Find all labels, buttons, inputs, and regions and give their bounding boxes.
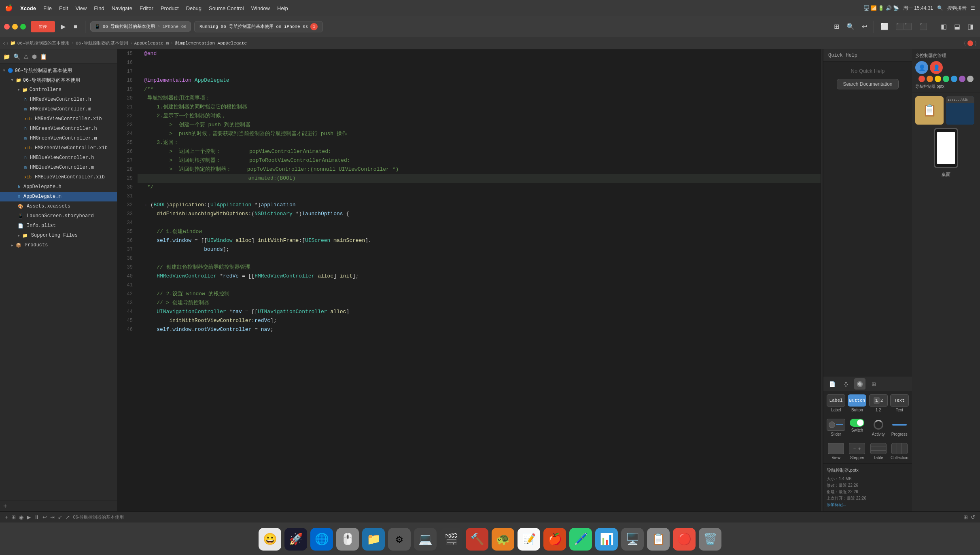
avatar-2[interactable]: 👤 xyxy=(930,61,943,74)
sidebar-item-hmblue-m[interactable]: m HMBlueViewController.m xyxy=(0,163,117,172)
sidebar-search-btn[interactable]: 🔍 xyxy=(13,53,20,60)
menu-view[interactable]: View xyxy=(75,5,87,11)
dock-app2[interactable]: 🖊️ xyxy=(569,528,592,551)
status-step2-btn[interactable]: ⇥ xyxy=(50,514,55,520)
sidebar-item-hmgreen-m[interactable]: m HMGreenViewController.m xyxy=(0,133,117,143)
inspector-history-btn[interactable]: {} xyxy=(840,378,852,390)
sidebar-item-root[interactable]: ▶ 🔵 06-导航控制器的基本使用 xyxy=(0,66,117,75)
menu-navigate[interactable]: Navigate xyxy=(112,5,132,11)
hide-navigator[interactable]: ◧ xyxy=(938,21,949,32)
sidebar-breakpoint-btn[interactable]: ⬢ xyxy=(32,53,37,60)
sidebar-item-hmred-h[interactable]: h HMRedViewController.h xyxy=(0,95,117,104)
standard-editor[interactable]: ⬜ xyxy=(878,21,891,32)
status-nav-btn[interactable]: ⊞ xyxy=(11,514,16,520)
menu-window[interactable]: Window xyxy=(251,5,270,11)
status-step4-btn[interactable]: ↗ xyxy=(66,514,70,520)
dock-terminal[interactable]: 💻 xyxy=(414,528,437,551)
navigator-toggle[interactable]: ⊞ xyxy=(832,21,842,32)
sidebar-report-btn[interactable]: 📋 xyxy=(40,53,47,60)
menu-edit[interactable]: Edit xyxy=(59,5,68,11)
menubar-ime[interactable]: 搜狗拼音 xyxy=(947,5,967,12)
color-dot-orange[interactable] xyxy=(927,76,933,82)
sidebar-git-btn[interactable]: ⚠ xyxy=(23,53,29,60)
widget-collection[interactable]: Collection xyxy=(890,443,909,460)
add-file-button[interactable]: + xyxy=(3,502,7,510)
widget-gray[interactable]: View xyxy=(827,443,845,460)
dock-finder[interactable]: 😀 xyxy=(259,528,281,551)
close-button[interactable] xyxy=(4,24,10,30)
hide-debug[interactable]: ⬓ xyxy=(952,21,963,32)
stop-button[interactable]: ■ xyxy=(71,21,80,32)
dock-trash[interactable]: 🗑️ xyxy=(699,528,721,551)
inspector-accessibility-btn[interactable]: ⊞ xyxy=(868,378,879,390)
menu-file[interactable]: File xyxy=(43,5,52,11)
version-editor[interactable]: ⬛ xyxy=(917,21,930,32)
hide-utilities[interactable]: ◨ xyxy=(965,21,976,32)
color-dot-blue[interactable] xyxy=(951,76,957,82)
dock-tortoise[interactable]: 🐢 xyxy=(492,528,514,551)
widget-label[interactable]: Label Label xyxy=(827,394,845,412)
search-documentation-button[interactable]: Search Documentation xyxy=(837,79,898,89)
widget-progress[interactable]: Progress xyxy=(890,419,909,436)
dock-folder[interactable]: 📁 xyxy=(362,528,385,551)
sidebar-item-infoplist[interactable]: 📄 Info.plist xyxy=(0,221,117,231)
color-dot-purple[interactable] xyxy=(959,76,965,82)
maximize-button[interactable] xyxy=(20,24,26,30)
dock-app5[interactable]: 📋 xyxy=(647,528,670,551)
sidebar-item-assets[interactable]: 🎨 Assets.xcassets xyxy=(0,201,117,211)
menu-xcode[interactable]: Xcode xyxy=(20,5,36,11)
sidebar-item-appdelegate-h[interactable]: h AppDelegate.h xyxy=(0,182,117,192)
sidebar-item-hmred-m[interactable]: m HMRedViewController.m xyxy=(0,104,117,114)
breadcrumb-part3[interactable]: AppDelegate.m xyxy=(134,41,169,46)
dock-launchpad[interactable]: 🚀 xyxy=(284,528,307,551)
dock-app4[interactable]: 🖥️ xyxy=(621,528,644,551)
breadcrumb-forward[interactable]: › xyxy=(6,40,8,46)
dock-media[interactable]: 🎬 xyxy=(440,528,462,551)
color-dot-yellow[interactable] xyxy=(935,76,941,82)
assistant-editor[interactable]: ⬛⬛ xyxy=(893,21,914,32)
menu-editor[interactable]: Editor xyxy=(140,5,153,11)
dock-xcode[interactable]: 🔨 xyxy=(466,528,488,551)
code-editor[interactable]: 15 @end 16 17 18 @implementation AppDele… xyxy=(117,49,821,511)
breadcrumb-back[interactable]: ‹ xyxy=(3,40,5,46)
dock-notes[interactable]: 📝 xyxy=(518,528,540,551)
menu-find[interactable]: Find xyxy=(94,5,104,11)
color-dot-gray[interactable] xyxy=(967,76,974,82)
menu-help[interactable]: Help xyxy=(277,5,288,11)
dock-app1[interactable]: 🍎 xyxy=(543,528,566,551)
widget-segmented[interactable]: 1 2 1 2 xyxy=(869,394,888,412)
dock-app6[interactable]: 🔴 xyxy=(673,528,696,551)
widget-text[interactable]: Text Text xyxy=(890,394,909,412)
sidebar-item-launchscreen[interactable]: 📱 LaunchScreen.storyboard xyxy=(0,211,117,221)
status-play-btn[interactable]: ▶ xyxy=(27,514,31,520)
sidebar-item-hmgreen-h[interactable]: h HMGreenViewController.h xyxy=(0,124,117,133)
menu-product[interactable]: Product xyxy=(161,5,179,11)
color-dot-red[interactable] xyxy=(918,76,925,82)
status-right-btn[interactable]: ⊞ xyxy=(963,514,968,520)
scheme-selector[interactable]: 📱 06-导航控制器的基本使用 › iPhone 6s xyxy=(90,21,191,32)
status-pause-btn[interactable]: ⏸ xyxy=(34,514,39,520)
outer-thumb-2[interactable]: ios1...试题 xyxy=(946,96,974,125)
sidebar-item-appdelegate-m[interactable]: m AppDelegate.m xyxy=(0,192,117,201)
sidebar-item-supporting[interactable]: ▶ 📁 Supporting Files xyxy=(0,231,117,240)
sidebar-item-sub[interactable]: ▶ 📁 06-导航控制器的基本使用 xyxy=(0,75,117,85)
status-add-btn[interactable]: + xyxy=(5,514,8,520)
sidebar-item-hmblue-h[interactable]: h HMBlueViewController.h xyxy=(0,153,117,163)
sidebar-item-controllers[interactable]: ▶ 📁 Controllers xyxy=(0,85,117,95)
sidebar-folder-btn[interactable]: 📁 xyxy=(3,53,10,60)
avatar-1[interactable]: 👤 xyxy=(915,61,928,74)
menubar-search[interactable]: 🔍 xyxy=(937,5,943,11)
widget-slider[interactable]: Slider xyxy=(827,419,845,436)
menubar-notification[interactable]: ☰ xyxy=(971,5,975,11)
outer-thumb-1[interactable]: 📋 xyxy=(915,96,944,125)
dock-settings[interactable]: ⚙️ xyxy=(388,528,411,551)
run-button[interactable]: ▶ xyxy=(58,21,68,32)
dock-safari[interactable]: 🌐 xyxy=(310,528,333,551)
menu-source-control[interactable]: Source Control xyxy=(209,5,244,11)
inspector-file-btn[interactable]: 📄 xyxy=(827,378,838,390)
status-right-btn2[interactable]: ↺ xyxy=(971,514,975,520)
widget-toggle[interactable]: Switch xyxy=(848,419,866,436)
widget-stepper[interactable]: －＋ Stepper xyxy=(848,443,866,460)
inspector-quick-btn[interactable]: 🔘 xyxy=(854,378,865,390)
add-tags-link[interactable]: 添加标记... xyxy=(827,502,846,507)
